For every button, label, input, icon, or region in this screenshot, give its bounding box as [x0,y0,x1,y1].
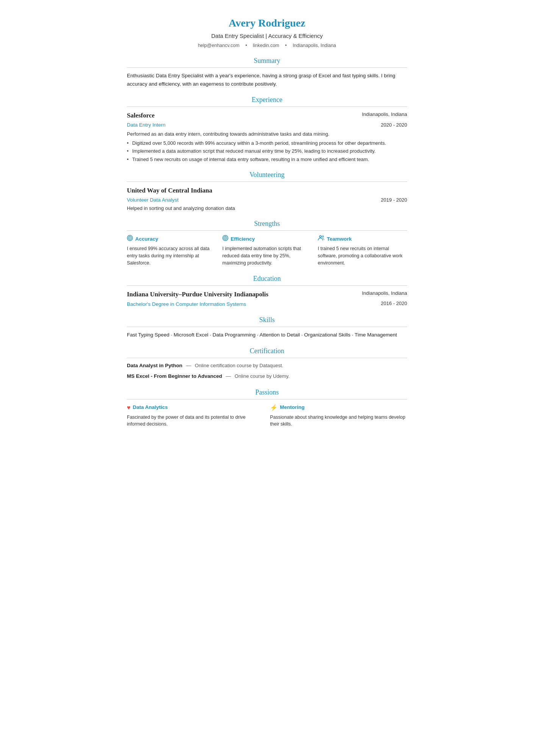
cert-1: Data Analyst in Python — Online certific… [127,362,407,369]
resume-page: Avery Rodriguez Data Entry Specialist | … [104,0,430,457]
strength-efficiency-desc: I implemented automation scripts that re… [222,245,312,266]
contact-info: help@enhancv.com • linkedin.com • Indian… [127,42,407,49]
strength-teamwork-title: Teamwork [327,235,352,243]
bullet-3: Trained 5 new recruits on usage of inter… [127,156,407,163]
job-dates: 2020 - 2020 [381,121,407,129]
volunteering-title: Volunteering [127,170,407,180]
edu-degree: Bachelor's Degree in Computer Informatio… [127,301,246,308]
edu-degree-row: Bachelor's Degree in Computer Informatio… [127,300,407,308]
job-role-row: Data Entry Intern 2020 - 2020 [127,121,407,130]
vol-role: Volunteer Data Analyst [127,196,179,204]
cert-1-detail: Online certification course by Dataquest… [195,363,283,368]
svg-point-2 [130,238,131,239]
cert-1-name: Data Analyst in Python [127,363,183,368]
strengths-section: Strengths Accuracy I ensured 99% [127,219,407,266]
experience-divider [127,106,407,107]
skills-title: Skills [127,315,407,325]
strength-efficiency-header: Efficiency [222,235,312,244]
candidate-title: Data Entry Specialist | Accuracy & Effic… [127,32,407,41]
strength-efficiency-title: Efficiency [231,235,255,243]
passion-analytics-header: ♥ Data Analytics [127,403,264,412]
job-entry: Salesforce Indianapolis, Indiana Data En… [127,111,407,163]
svg-point-6 [320,236,322,238]
cert-1-dash: — [186,363,191,368]
vol-org: United Way of Central Indiana [127,186,212,196]
strengths-title: Strengths [127,219,407,229]
certification-title: Certification [127,346,407,356]
passion-data-analytics: ♥ Data Analytics Fascinated by the power… [127,403,264,428]
edu-school: Indiana University–Purdue University Ind… [127,290,269,299]
passion-analytics-desc: Fascinated by the power of data and its … [127,414,264,428]
passions-section: Passions ♥ Data Analytics Fascinated by … [127,387,407,428]
location: Indianapolis, Indiana [293,43,336,48]
efficiency-icon [222,235,228,244]
teamwork-icon [318,235,325,244]
heart-icon: ♥ [127,403,131,412]
job-description: Performed as an data entry intern, contr… [127,130,407,138]
job-bullets: Digitized over 5,000 records with 99% ac… [127,139,407,163]
linkedin: linkedin.com [253,43,279,48]
passion-mentoring: ⚡ Mentoring Passionate about sharing kno… [270,403,407,428]
education-title: Education [127,274,407,284]
dot-sep-1: • [245,43,247,48]
vol-dates: 2019 - 2020 [381,196,407,204]
edu-dates: 2016 - 2020 [381,300,407,307]
passion-mentoring-header: ⚡ Mentoring [270,403,407,412]
header-section: Avery Rodriguez Data Entry Specialist | … [127,15,407,49]
candidate-name: Avery Rodriguez [127,15,407,31]
certification-divider [127,358,407,358]
passions-title: Passions [127,387,407,398]
cert-2-detail: Online course by Udemy. [235,373,290,379]
vol-description: Helped in sorting out and analyzing dona… [127,205,407,212]
summary-divider [127,67,407,68]
svg-point-5 [225,238,226,239]
strength-accuracy-header: Accuracy [127,235,216,244]
bolt-icon: ⚡ [270,403,278,412]
strengths-divider [127,230,407,231]
svg-point-7 [322,236,324,237]
strength-teamwork-desc: I trained 5 new recruits on internal sof… [318,245,407,266]
edu-location: Indianapolis, Indiana [362,290,407,297]
passions-grid: ♥ Data Analytics Fascinated by the power… [127,403,407,428]
dot-sep-2: • [285,43,287,48]
vol-header-row: United Way of Central Indiana [127,186,407,196]
edu-header-row: Indiana University–Purdue University Ind… [127,290,407,299]
summary-section: Summary Enthusiastic Data Entry Speciali… [127,56,407,88]
email: help@enhancv.com [198,43,240,48]
certification-section: Certification Data Analyst in Python — O… [127,346,407,380]
cert-2: MS Excel - From Beginner to Advanced — O… [127,373,407,380]
education-section: Education Indiana University–Purdue Univ… [127,274,407,308]
strengths-grid: Accuracy I ensured 99% accuracy across a… [127,235,407,266]
passion-mentoring-title: Mentoring [280,404,304,411]
strength-accuracy: Accuracy I ensured 99% accuracy across a… [127,235,216,266]
volunteering-divider [127,182,407,182]
cert-2-name: MS Excel - From Beginner to Advanced [127,373,222,379]
passions-divider [127,399,407,399]
skills-text: Fast Typing Speed · Microsoft Excel · Da… [127,331,407,339]
strength-teamwork-header: Teamwork [318,235,407,244]
job-header-row: Salesforce Indianapolis, Indiana [127,111,407,121]
passion-analytics-title: Data Analytics [133,404,168,411]
strength-accuracy-title: Accuracy [135,235,158,243]
cert-2-dash: — [226,373,231,379]
job-role: Data Entry Intern [127,121,166,129]
bullet-1: Digitized over 5,000 records with 99% ac… [127,139,407,147]
skills-divider [127,327,407,327]
vol-role-row: Volunteer Data Analyst 2019 - 2020 [127,196,407,204]
volunteering-section: Volunteering United Way of Central India… [127,170,407,212]
strength-teamwork: Teamwork I trained 5 new recruits on int… [318,235,407,266]
skills-section: Skills Fast Typing Speed · Microsoft Exc… [127,315,407,339]
edu-entry: Indiana University–Purdue University Ind… [127,290,407,308]
experience-section: Experience Salesforce Indianapolis, Indi… [127,95,407,163]
summary-text: Enthusiastic Data Entry Specialist with … [127,72,407,88]
education-divider [127,285,407,286]
strength-efficiency: Efficiency I implemented automation scri… [222,235,312,266]
accuracy-icon [127,235,133,244]
bullet-2: Implemented a data automation script tha… [127,147,407,155]
job-company: Salesforce [127,111,155,121]
summary-title: Summary [127,56,407,66]
experience-title: Experience [127,95,407,105]
passion-mentoring-desc: Passionate about sharing knowledge and h… [270,414,407,428]
vol-entry: United Way of Central Indiana Volunteer … [127,186,407,212]
job-location: Indianapolis, Indiana [362,111,407,118]
